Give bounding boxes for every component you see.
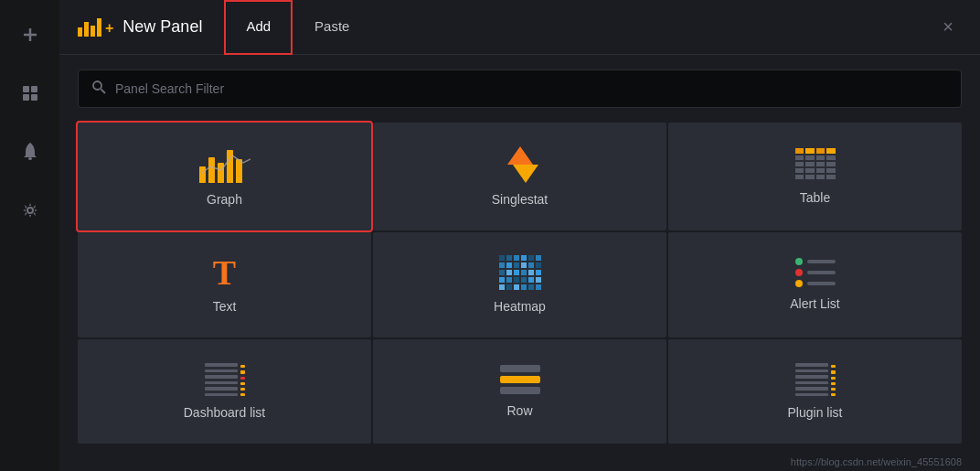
svg-rect-4 [23, 94, 29, 101]
alertlist-label: Alert List [790, 296, 839, 311]
footer: https://blog.csdn.net/weixin_45551608 [59, 453, 980, 471]
panel-item-table[interactable]: Table [668, 123, 962, 230]
pluginlist-label: Plugin list [788, 405, 843, 420]
graph-label: Graph [207, 192, 242, 207]
svg-point-7 [27, 208, 33, 213]
bell-icon[interactable] [14, 135, 47, 168]
panel-grid: Graph Singlestat [59, 123, 980, 453]
search-icon [91, 80, 106, 98]
table-icon [795, 148, 836, 181]
close-button[interactable]: × [934, 14, 962, 41]
row-label: Row [506, 403, 532, 418]
svg-line-9 [101, 90, 106, 94]
sidebar [0, 0, 59, 471]
search-input[interactable] [115, 81, 948, 96]
heatmap-icon [499, 255, 541, 290]
alert-list-icon [795, 258, 836, 287]
plus-icon[interactable] [14, 18, 47, 51]
text-icon: T [213, 255, 236, 290]
row-icon [500, 365, 540, 394]
panel-item-heatmap[interactable]: Heatmap [373, 232, 666, 338]
panel-item-singlestat[interactable]: Singlestat [373, 123, 666, 230]
table-label: Table [800, 190, 830, 205]
svg-point-8 [93, 81, 101, 90]
singlestat-icon [502, 146, 538, 183]
gear-icon[interactable] [14, 194, 47, 227]
logo-bars-icon: + [78, 18, 113, 37]
dashboard-list-icon [205, 363, 245, 396]
panel-item-pluginlist[interactable]: Plugin list [668, 339, 962, 444]
svg-rect-2 [23, 86, 29, 92]
singlestat-label: Singlestat [492, 192, 548, 207]
panel-item-graph[interactable]: Graph [78, 123, 371, 230]
heatmap-label: Heatmap [494, 299, 546, 314]
text-label: Text [213, 299, 237, 314]
dashlist-label: Dashboard list [184, 405, 266, 420]
panel-item-row[interactable]: Row [373, 339, 666, 444]
logo-plus-icon: + [105, 20, 113, 37]
graph-icon [199, 146, 250, 183]
main-content: + New Panel Add Paste × [59, 0, 980, 471]
panel-item-text[interactable]: T Text [78, 232, 371, 338]
header: + New Panel Add Paste × [59, 0, 980, 55]
footer-url: https://blog.csdn.net/weixin_45551608 [791, 456, 962, 467]
grid-icon[interactable] [14, 77, 47, 110]
svg-rect-5 [31, 94, 37, 101]
svg-rect-6 [28, 157, 32, 160]
tab-add[interactable]: Add [224, 0, 293, 55]
panel-item-alertlist[interactable]: Alert List [668, 232, 962, 338]
new-panel-logo: + New Panel [78, 17, 202, 37]
panel-item-dashlist[interactable]: Dashboard list [78, 339, 371, 444]
tab-paste[interactable]: Paste [293, 0, 371, 55]
search-box [78, 70, 962, 108]
plugin-list-icon [795, 363, 836, 396]
search-area [59, 55, 980, 123]
new-panel-title: New Panel [122, 17, 202, 37]
svg-rect-3 [31, 86, 37, 92]
